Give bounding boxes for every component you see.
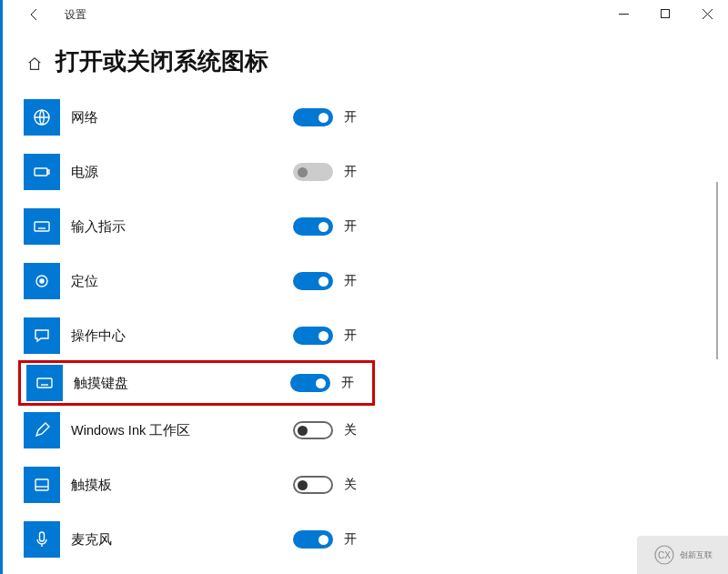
- setting-row-touchkb: 触摸键盘开: [18, 360, 375, 406]
- toggle-ime[interactable]: [293, 217, 333, 236]
- home-icon[interactable]: [26, 55, 43, 72]
- toggle-status: 关: [344, 477, 357, 493]
- toggle-ink[interactable]: [293, 421, 333, 439]
- toggle-group: 开: [290, 374, 354, 392]
- toggle-status: 开: [344, 218, 357, 235]
- setting-row-power: 电源开: [24, 145, 728, 199]
- toggle-status: 开: [341, 375, 354, 391]
- toggle-power: [293, 163, 333, 181]
- setting-label: 操作中心: [71, 327, 253, 345]
- toggle-group: 开: [293, 272, 357, 290]
- toggle-status: 关: [344, 422, 357, 438]
- keyboard-icon: [24, 208, 60, 245]
- toggle-network[interactable]: [293, 108, 333, 126]
- svg-rect-6: [47, 170, 49, 174]
- setting-label: 麦克风: [71, 531, 253, 549]
- toggle-group: 开: [293, 163, 357, 181]
- toggle-status: 开: [344, 531, 357, 548]
- message-icon: [24, 317, 60, 354]
- settings-list: 网络开电源开输入指示开定位开操作中心开触摸键盘开Windows Ink 工作区关…: [3, 90, 728, 567]
- pen-icon: [24, 412, 60, 448]
- page-header: 打开或关闭系统图标: [3, 29, 728, 90]
- scrollbar[interactable]: [716, 182, 718, 359]
- battery-icon: [24, 154, 60, 190]
- keyboard-icon: [26, 365, 63, 401]
- window-controls: [602, 0, 728, 27]
- toggle-status: 开: [344, 164, 357, 180]
- maximize-icon: [661, 9, 670, 18]
- toggle-group: 关: [293, 421, 357, 439]
- globe-icon: [24, 99, 60, 136]
- setting-label: Windows Ink 工作区: [71, 422, 253, 439]
- close-button[interactable]: [686, 0, 728, 27]
- svg-rect-5: [35, 168, 47, 176]
- watermark-logo-icon: CX: [652, 543, 676, 567]
- setting-row-ime: 输入指示开: [24, 199, 728, 254]
- setting-label: 电源: [71, 164, 253, 181]
- page-title: 打开或关闭系统图标: [56, 45, 268, 77]
- svg-rect-15: [37, 378, 52, 388]
- svg-rect-23: [40, 532, 45, 541]
- svg-point-14: [40, 279, 44, 283]
- setting-label: 触摸板: [71, 477, 253, 494]
- svg-rect-21: [35, 479, 48, 490]
- touchpad-icon: [24, 467, 60, 503]
- setting-row-mic: 麦克风开: [24, 512, 728, 567]
- toggle-status: 开: [344, 327, 357, 344]
- toggle-touchkb[interactable]: [290, 374, 330, 392]
- title-bar: 设置: [3, 0, 728, 29]
- svg-rect-7: [35, 222, 49, 231]
- setting-row-network: 网络开: [24, 90, 728, 145]
- setting-label: 触摸键盘: [74, 375, 256, 392]
- svg-text:CX: CX: [658, 550, 671, 560]
- setting-row-location: 定位开: [24, 254, 728, 308]
- minimize-icon: [619, 9, 629, 19]
- close-icon: [703, 9, 713, 19]
- toggle-group: 开: [293, 327, 357, 345]
- toggle-location[interactable]: [293, 272, 333, 290]
- svg-rect-1: [662, 10, 670, 18]
- app-title: 设置: [65, 7, 86, 23]
- watermark: CX 创新互联: [637, 536, 728, 574]
- toggle-action[interactable]: [293, 327, 333, 345]
- back-button[interactable]: [21, 1, 48, 28]
- setting-row-action: 操作中心开: [24, 308, 728, 363]
- mic-icon: [24, 521, 60, 558]
- toggle-group: 关: [293, 476, 357, 494]
- toggle-group: 开: [293, 108, 357, 126]
- setting-label: 定位: [71, 273, 253, 290]
- toggle-status: 开: [344, 109, 357, 126]
- toggle-status: 开: [344, 273, 357, 289]
- minimize-button[interactable]: [602, 0, 644, 27]
- toggle-mic[interactable]: [293, 530, 333, 549]
- setting-row-touchpad: 触摸板关: [24, 458, 728, 512]
- target-icon: [24, 263, 60, 299]
- toggle-group: 开: [293, 217, 357, 236]
- maximize-button[interactable]: [644, 0, 686, 27]
- setting-label: 输入指示: [71, 218, 253, 236]
- setting-row-ink: Windows Ink 工作区关: [24, 403, 728, 458]
- watermark-text: 创新互联: [680, 549, 713, 561]
- arrow-left-icon: [27, 7, 42, 22]
- setting-label: 网络: [71, 109, 253, 126]
- toggle-touchpad[interactable]: [293, 476, 333, 494]
- toggle-group: 开: [293, 530, 357, 549]
